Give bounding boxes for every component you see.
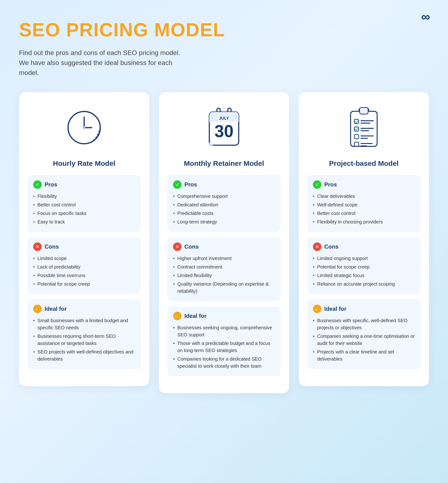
project-cons-header: ✕ Cons: [313, 242, 415, 251]
hourly-icon-area: [27, 102, 141, 154]
list-item: Small businesses with a limited budget a…: [33, 317, 135, 331]
hourly-pros-box: ✓ Pros Flexibility Better cost control F…: [27, 175, 141, 232]
list-item: Dedicated attention: [173, 201, 275, 208]
monthly-pros-header: ✓ Pros: [173, 180, 275, 189]
hourly-cons-header: ✕ Cons: [33, 242, 135, 251]
hourly-cons-list: Limited scope Lack of predictability Pos…: [33, 255, 135, 287]
list-item: Companies looking for a dedicated SEO sp…: [173, 355, 275, 370]
column-hourly: Hourly Rate Model ✓ Pros Flexibility Bet…: [19, 92, 149, 386]
svg-point-3: [83, 126, 86, 129]
cons-x-icon: ✕: [313, 242, 321, 251]
subtitle: Find out the pros and cons of each SEO p…: [19, 48, 185, 78]
project-pros-label: Pros: [324, 181, 337, 188]
project-cons-box: ✕ Cons Limited ongoing support Potential…: [307, 237, 421, 294]
list-item: Focus on specific tasks: [33, 210, 135, 217]
list-item: Potential for scope creep: [33, 280, 135, 287]
monthly-icon-area: JULY 30: [167, 102, 281, 154]
list-item: Reliance on accurate project scoping: [313, 280, 415, 287]
list-item: Limited flexibility: [173, 272, 275, 279]
list-item: Well-defined scope: [313, 201, 415, 208]
project-pros-box: ✓ Pros Clear deliverables Well-defined s…: [307, 175, 421, 232]
list-item: Better cost control: [33, 201, 135, 208]
monthly-cons-list: Higher upfront investment Contract commi…: [173, 255, 275, 295]
project-ideal-header: 👍 Ideal for: [313, 305, 415, 313]
monthly-ideal-header: 👍 Ideal for: [173, 312, 275, 320]
hourly-ideal-list: Small businesses with a limited budget a…: [33, 317, 135, 362]
list-item: Predictable costs: [173, 210, 275, 217]
hourly-pros-list: Flexibility Better cost control Focus on…: [33, 193, 135, 225]
list-item: Higher upfront investment: [173, 255, 275, 262]
list-item: Flexibility: [33, 193, 135, 200]
list-item: Better cost control: [313, 210, 415, 217]
list-item: Possible time overruns: [33, 272, 135, 279]
columns-container: Hourly Rate Model ✓ Pros Flexibility Bet…: [19, 92, 429, 393]
hourly-ideal-header: 👍 Ideal for: [33, 305, 135, 313]
hourly-ideal-label: Ideal for: [45, 306, 67, 312]
project-ideal-list: Businesses with specific, well-defined S…: [313, 317, 415, 362]
list-item: Projects with a clear timeline and set d…: [313, 348, 415, 362]
project-cons-list: Limited ongoing support Potential for sc…: [313, 255, 415, 287]
list-item: Contract commitment: [173, 263, 275, 270]
monthly-pros-label: Pros: [184, 181, 197, 188]
monthly-cons-label: Cons: [184, 243, 199, 250]
list-item: Limited scope: [33, 255, 135, 262]
cons-x-icon: ✕: [33, 242, 42, 251]
pros-check-icon: ✓: [313, 180, 321, 189]
clock-icon: [65, 109, 103, 147]
monthly-ideal-label: Ideal for: [184, 313, 207, 319]
hourly-cons-label: Cons: [45, 243, 59, 250]
ideal-thumb-icon: 👍: [313, 305, 321, 313]
project-cons-label: Cons: [324, 243, 338, 250]
list-item: Potential for scope creep: [313, 263, 415, 270]
list-item: Businesses requiring short-term SEO assi…: [33, 333, 135, 347]
hourly-cons-box: ✕ Cons Limited scope Lack of predictabil…: [27, 237, 141, 294]
monthly-cons-box: ✕ Cons Higher upfront investment Contrac…: [167, 237, 281, 301]
page-title: SEO PRICING MODEL: [19, 19, 429, 41]
hourly-title: Hourly Rate Model: [27, 159, 141, 167]
hourly-ideal-box: 👍 Ideal for Small businesses with a limi…: [27, 299, 141, 369]
project-icon-area: [307, 102, 421, 154]
monthly-pros-list: Comprehensive support Dedicated attentio…: [173, 193, 275, 225]
pros-check-icon: ✓: [173, 180, 182, 189]
svg-text:30: 30: [215, 122, 233, 141]
project-ideal-label: Ideal for: [324, 306, 346, 312]
list-item: Clear deliverables: [313, 193, 415, 200]
logo-icon: ∞: [421, 9, 429, 24]
list-item: Quality variance (Depending on expertise…: [173, 280, 275, 295]
list-item: Limited strategic focus: [313, 272, 415, 279]
hourly-pros-label: Pros: [45, 181, 57, 188]
ideal-thumb-icon: 👍: [173, 312, 182, 320]
list-item: Businesses seeking ongoing, comprehensiv…: [173, 324, 275, 338]
column-monthly: JULY 30 Monthly Retainer Model ✓ Pros Co…: [159, 92, 289, 393]
list-item: Long-term strategy: [173, 218, 275, 225]
monthly-cons-header: ✕ Cons: [173, 242, 275, 251]
svg-text:JULY: JULY: [219, 116, 229, 121]
project-ideal-box: 👍 Ideal for Businesses with specific, we…: [307, 299, 421, 369]
hourly-pros-header: ✓ Pros: [33, 180, 135, 189]
list-item: Companies seeking a one-time optimisatio…: [313, 333, 415, 347]
calendar-icon: JULY 30: [205, 106, 243, 149]
clipboard-icon: [347, 107, 380, 148]
monthly-ideal-list: Businesses seeking ongoing, comprehensiv…: [173, 324, 275, 370]
list-item: Those with a predictable budget and a fo…: [173, 340, 275, 354]
cons-x-icon: ✕: [173, 242, 182, 251]
list-item: Businesses with specific, well-defined S…: [313, 317, 415, 331]
ideal-thumb-icon: 👍: [33, 305, 42, 313]
column-project: Project-based Model ✓ Pros Clear deliver…: [299, 92, 429, 386]
project-title: Project-based Model: [307, 159, 421, 167]
project-pros-list: Clear deliverables Well-defined scope Be…: [313, 193, 415, 225]
pros-check-icon: ✓: [33, 180, 42, 189]
svg-rect-14: [360, 107, 368, 114]
list-item: SEO projects with well-defined objective…: [33, 348, 135, 362]
list-item: Lack of predictability: [33, 263, 135, 270]
list-item: Easy to track: [33, 218, 135, 225]
list-item: Comprehensive support: [173, 193, 275, 200]
monthly-title: Monthly Retainer Model: [167, 159, 281, 167]
list-item: Flexibility in choosing providers: [313, 218, 415, 225]
monthly-ideal-box: 👍 Ideal for Businesses seeking ongoing, …: [167, 306, 281, 376]
list-item: Limited ongoing support: [313, 255, 415, 262]
project-pros-header: ✓ Pros: [313, 180, 415, 189]
monthly-pros-box: ✓ Pros Comprehensive support Dedicated a…: [167, 175, 281, 232]
